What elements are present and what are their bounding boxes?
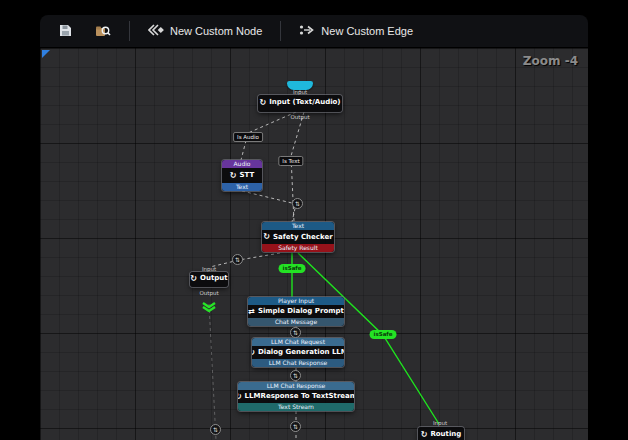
node-input-header: Audio <box>222 160 262 168</box>
toolbar-separator <box>129 21 130 41</box>
toolbar: New Custom Node New Custom Edge <box>40 15 588 48</box>
node-output-footer: Safety Result <box>262 244 334 252</box>
node-type-icon: ↻ <box>252 349 255 357</box>
browse-button[interactable] <box>87 19 119 44</box>
node-safety-checker[interactable]: Text ↻ Safety Checker Safety Result <box>262 222 334 252</box>
node-type-icon: ↻ <box>263 233 270 241</box>
graph-canvas[interactable]: Zoom -4 Input ↻ Input (Text/Audio) Outpu… <box>40 48 588 440</box>
new-custom-edge-icon <box>299 24 315 38</box>
node-stt[interactable]: Audio ↻ STT Text <box>222 160 262 191</box>
browse-icon <box>95 23 111 40</box>
node-type-icon: ↻ <box>259 99 266 107</box>
node-title: Input (Text/Audio) <box>269 95 340 110</box>
node-output-footer: Chat Message <box>248 318 344 326</box>
exec-output-pin[interactable] <box>202 297 216 316</box>
node-input-header: LLM Chat Response <box>238 382 354 390</box>
node-input-header: Player Input <box>248 297 344 305</box>
new-custom-node-icon <box>148 24 164 38</box>
node-type-icon: ↻ <box>190 275 197 283</box>
node-input-text-audio[interactable]: ↻ Input (Text/Audio) <box>258 95 342 112</box>
node-input-header: Text <box>262 222 334 230</box>
edge-label-is-text: Is Text <box>278 156 303 166</box>
edge-label-is-audio: Is Audio <box>233 132 263 142</box>
node-input-header: LLM Chat Request <box>252 338 344 346</box>
node-output-footer: Text <box>222 183 262 191</box>
node-type-icon: ↻ <box>230 172 237 180</box>
edge-widget-icon[interactable]: ⇅ <box>210 424 221 435</box>
new-custom-node-label: New Custom Node <box>170 25 262 37</box>
edge-widget-icon[interactable]: ⇅ <box>290 370 301 381</box>
node-type-icon: ↻ <box>238 393 242 401</box>
node-title: Output <box>200 272 228 285</box>
edge-widget-icon[interactable]: ⇅ <box>290 327 301 338</box>
node-llmresponse-to-textstream[interactable]: LLM Chat Response ↻ LLMResponse To TextS… <box>238 382 354 411</box>
node-dialog-generation-llm[interactable]: LLM Chat Request ↻ Dialog Generation LLM… <box>252 338 344 367</box>
edge-label-issafe: isSafe <box>370 330 397 339</box>
zoom-level-label: Zoom -4 <box>523 54 578 68</box>
canvas-corner-marker <box>42 50 50 58</box>
blueprint-editor-window: New Custom Node New Custom Edge Zoom -4 <box>0 0 628 440</box>
new-custom-edge-label: New Custom Edge <box>321 25 413 37</box>
node-output-footer: LLM Chat Response <box>252 359 344 367</box>
node-title: Dialog Generation LLM <box>258 346 344 359</box>
node-title: LLMResponse To TextStream <box>245 390 354 403</box>
node-title: Safety Checker <box>273 230 333 244</box>
node-simple-dialog-prompt[interactable]: Player Input ⇄ Simple Dialog Prompt Chat… <box>248 297 344 326</box>
new-custom-edge-button[interactable]: New Custom Edge <box>291 20 421 42</box>
node-output[interactable]: ↻ Output <box>190 272 228 287</box>
pin-label: Output <box>199 290 218 296</box>
node-title: STT <box>239 168 254 183</box>
node-output-footer: Text Stream <box>238 403 354 411</box>
node-type-icon: ⇄ <box>248 308 255 316</box>
node-title: Simple Dialog Prompt <box>258 305 344 318</box>
pin-label: Input <box>433 420 447 426</box>
save-icon <box>58 23 73 40</box>
edge-widget-icon[interactable]: ⇅ <box>290 421 301 432</box>
node-routing[interactable]: ↻ Routing <box>418 427 464 440</box>
edge-label-issafe: isSafe <box>279 264 306 273</box>
node-type-icon: ↻ <box>421 431 428 439</box>
pin-label: Output <box>290 114 309 120</box>
toolbar-separator <box>280 21 281 41</box>
node-title: Routing <box>430 427 461 440</box>
edge-widget-icon[interactable]: ⇅ <box>232 254 243 265</box>
edge-widget-icon[interactable]: ⇅ <box>292 198 303 209</box>
new-custom-node-button[interactable]: New Custom Node <box>140 20 270 42</box>
save-button[interactable] <box>50 19 81 44</box>
